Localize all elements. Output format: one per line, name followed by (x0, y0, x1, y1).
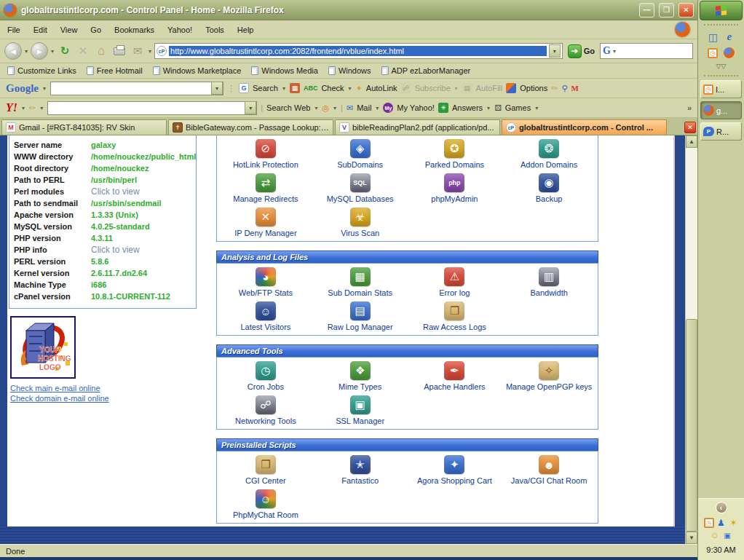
scrollbar-thumb[interactable] (686, 319, 697, 532)
google-news-icon[interactable]: ▦ (290, 83, 300, 93)
item-cgi-center[interactable]: ❐CGI Center (218, 455, 313, 485)
item-mime-types[interactable]: ❖Mime Types (313, 361, 408, 391)
yahoo-mail-button[interactable]: Mail (357, 103, 371, 112)
perl-modules-link[interactable]: Click to view (91, 186, 140, 197)
item-fantastico[interactable]: ✭Fantastico (313, 455, 408, 485)
quicklaunch-window-icon[interactable]: ◫ (707, 31, 719, 43)
yahoo-search-field[interactable]: ▾ (47, 101, 257, 115)
item-hotlink-protection[interactable]: ⊘HotLink Protection (218, 139, 313, 169)
home-button[interactable]: ⌂ (93, 43, 109, 59)
minimize-button[interactable]: — (639, 3, 654, 17)
item-ssl-manager[interactable]: ▣SSL Manager (313, 395, 408, 425)
google-logo-dropdown[interactable]: ▾ (43, 85, 46, 92)
taskbar-button-firefox-active[interactable]: g... (700, 101, 742, 119)
yahoo-my-yahoo-button[interactable]: My Yahoo! (397, 103, 435, 112)
forward-button[interactable]: ▶ (31, 42, 48, 60)
toolbar-drag-handle[interactable] (704, 75, 738, 76)
bookmark-windows-marketplace[interactable]: Windows Marketplace (153, 66, 242, 75)
close-button[interactable]: ✕ (678, 3, 694, 17)
mail-button[interactable]: ✉ (130, 43, 146, 59)
yahoo-games-button[interactable]: Games (505, 103, 531, 112)
tray-clock-icon[interactable]: ◷ (704, 518, 714, 528)
menu-help[interactable]: Help (237, 25, 254, 34)
stop-button[interactable]: ✕ (75, 43, 91, 59)
bookmark-adp-ezlabormanager[interactable]: ADP ezLaborManager (381, 66, 471, 75)
hide-tray-icons-button[interactable]: ‹ (716, 502, 727, 513)
internet-explorer-icon[interactable]: e (723, 31, 735, 43)
menu-bookmarks[interactable]: Bookmarks (114, 25, 154, 34)
highlighter-icon[interactable]: ✏ (551, 84, 558, 93)
bookmark-windows[interactable]: Windows (328, 66, 371, 75)
item-ip-deny-manager[interactable]: ✕IP Deny Manager (218, 208, 313, 237)
google-autofill-button[interactable]: AutoFill (476, 84, 503, 92)
item-latest-visitors[interactable]: ☺Latest Visitors (218, 301, 313, 331)
address-bar[interactable]: cP http://www.globaltrustintlcorp.com:20… (154, 43, 563, 59)
reload-button[interactable]: ↻ (57, 43, 73, 59)
google-options-button[interactable]: Options (520, 84, 547, 92)
item-manage-redirects[interactable]: ⇄Manage Redirects (218, 173, 313, 203)
check-main-email-link[interactable]: Check main e-mail online (10, 383, 205, 393)
google-subscribe-button[interactable]: Subscribe (415, 84, 451, 92)
search-engine-dropdown[interactable]: ▾ (613, 48, 616, 55)
yahoo-search-input[interactable] (48, 103, 245, 112)
tab-gmail[interactable]: M Gmail - [#RGT-841035]: RV Skin (1, 119, 167, 135)
google-search-button[interactable]: Search (253, 84, 278, 92)
bookmark-customize-links[interactable]: Customize Links (7, 66, 76, 75)
item-manage-openpgp-keys[interactable]: ✧Manage OpenPGP keys (502, 361, 596, 391)
item-apache-handlers[interactable]: ✒Apache Handlers (408, 361, 502, 391)
url-text[interactable]: http://www.globaltrustintlcorp.com:2082/… (169, 46, 547, 56)
item-virus-scan[interactable]: ☣Virus Scan (313, 208, 408, 237)
item-parked-domains[interactable]: ✪Parked Domains (408, 139, 502, 169)
bookmark-free-hotmail[interactable]: Free Hotmail (87, 66, 143, 75)
menu-file[interactable]: File (7, 25, 20, 34)
taskbar-button-3[interactable]: P R... (700, 122, 742, 141)
toolbar-drag-handle[interactable] (704, 24, 738, 25)
google-check-button[interactable]: Check (321, 84, 344, 92)
php-info-link[interactable]: Click to view (91, 244, 140, 256)
start-button[interactable] (700, 1, 743, 20)
menu-view[interactable]: View (60, 25, 78, 34)
quicklaunch-overflow-chevron[interactable]: ▽▽ (716, 63, 727, 70)
taskbar-button-1[interactable]: ◷ I... (700, 80, 742, 98)
close-tab-button[interactable]: ✕ (684, 122, 696, 133)
mail-dropdown[interactable]: ▾ (149, 48, 151, 55)
item-sub-domain-stats[interactable]: ▦Sub Domain Stats (313, 267, 408, 297)
yahoo-search-dropdown[interactable]: ▾ (245, 101, 256, 114)
yahoo-pencil-icon[interactable]: ✏ (29, 103, 36, 113)
item-agora-shopping-cart[interactable]: ✦Agora Shopping Cart (408, 455, 502, 485)
gmail-icon[interactable]: M (571, 84, 578, 92)
yahoo-overflow-chevron[interactable]: » (687, 103, 692, 112)
google-search-field[interactable]: ▾ (50, 82, 223, 95)
item-phpmyadmin[interactable]: phpphpMyAdmin (408, 173, 502, 203)
google-autolink-button[interactable]: AutoLink (366, 84, 397, 92)
scroll-down-button[interactable]: ▼ (686, 532, 697, 544)
tray-network-icon[interactable]: ▣ (722, 530, 732, 540)
item-cron-jobs[interactable]: ◷Cron Jobs (218, 361, 313, 391)
search-bar[interactable]: G ▾ (600, 43, 693, 59)
item-networking-tools[interactable]: ☍Networking Tools (218, 395, 313, 425)
yahoo-logo-dropdown[interactable]: ▾ (22, 105, 25, 111)
item-backup[interactable]: ◉Backup (502, 173, 596, 203)
tray-misc-icon[interactable]: ✶ (729, 518, 739, 528)
item-mysql-databases[interactable]: SQLMySQL Databases (313, 173, 408, 203)
menu-edit[interactable]: Edit (33, 25, 47, 34)
item-web-ftp-stats[interactable]: ◕Web/FTP Stats (218, 267, 313, 297)
tab-pdf[interactable]: V bibleReadingPlan2.pdf (application/pd.… (335, 119, 500, 135)
item-bandwidth[interactable]: ▥Bandwidth (502, 267, 596, 297)
google-search-input[interactable] (51, 84, 211, 92)
item-subdomains[interactable]: ◈SubDomains (313, 139, 408, 169)
tray-smiley-icon[interactable]: ☺ (710, 530, 720, 540)
vertical-scrollbar[interactable]: ▲ ▼ (685, 135, 697, 544)
print-button[interactable] (111, 43, 127, 59)
tab-control-panel-active[interactable]: cP globaltrustintlcorp.com - Control ... (502, 119, 667, 135)
menu-yahoo[interactable]: Yahoo! (167, 25, 192, 34)
back-dropdown[interactable]: ▾ (25, 48, 28, 55)
item-java-cgi-chat-room[interactable]: ☻Java/CGI Chat Room (502, 455, 596, 485)
scroll-up-button[interactable]: ▲ (686, 135, 697, 148)
google-search-dropdown[interactable]: ▾ (211, 82, 223, 95)
item-error-log[interactable]: ⚠Error log (408, 267, 502, 297)
word-find-icon[interactable]: ⚲ (561, 84, 567, 93)
url-history-dropdown[interactable]: ▾ (549, 44, 561, 58)
yahoo-target-icon[interactable]: ◎ (322, 103, 329, 113)
forward-dropdown[interactable]: ▾ (51, 48, 54, 55)
